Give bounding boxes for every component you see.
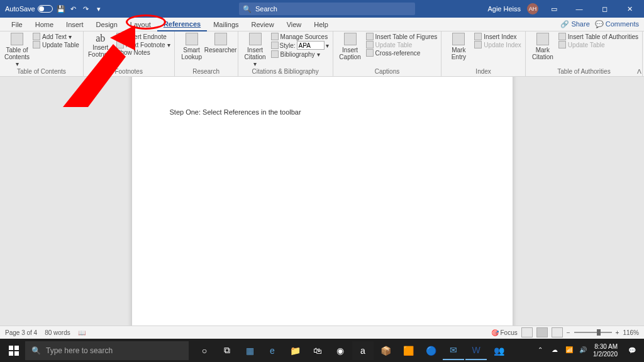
store-icon[interactable]: 🛍 bbox=[307, 341, 328, 360]
autosave-toggle[interactable]: AutoSave bbox=[5, 5, 53, 13]
next-footnote-icon bbox=[116, 41, 124, 48]
maximize-button[interactable]: ◻ bbox=[595, 3, 614, 15]
tab-references[interactable]: References bbox=[157, 18, 207, 31]
qat-more-icon[interactable]: ▾ bbox=[94, 4, 103, 13]
app-icon[interactable]: 🟧 bbox=[397, 341, 419, 360]
print-layout-button[interactable] bbox=[536, 327, 548, 337]
insert-footnote-button[interactable]: abInsert Footnote bbox=[87, 33, 114, 58]
dropbox-icon[interactable]: 📦 bbox=[375, 341, 396, 360]
toc-icon bbox=[11, 33, 23, 45]
task-view-icon[interactable]: ⧉ bbox=[216, 341, 238, 360]
cortana-icon[interactable]: ○ bbox=[194, 341, 215, 360]
mark-citation-button[interactable]: Mark Citation bbox=[530, 33, 556, 60]
smart-lookup-button[interactable]: Smart Lookup bbox=[179, 33, 205, 60]
zoom-in-button[interactable]: + bbox=[616, 329, 619, 336]
biblio-icon bbox=[271, 50, 279, 58]
cross-reference-button[interactable]: Cross-reference bbox=[366, 49, 438, 57]
app-icon[interactable]: ▦ bbox=[239, 341, 260, 360]
tab-design[interactable]: Design bbox=[90, 18, 124, 31]
tab-help[interactable]: Help bbox=[308, 18, 335, 31]
comments-button[interactable]: 💬 Comments bbox=[595, 20, 639, 28]
start-button[interactable] bbox=[3, 341, 25, 360]
show-notes-button[interactable]: Show Notes bbox=[116, 49, 170, 56]
notification-button[interactable]: 💬 bbox=[623, 341, 641, 360]
tab-layout[interactable]: Layout bbox=[124, 18, 157, 31]
update-tof-button[interactable]: Update Table bbox=[366, 41, 438, 48]
statusbar: Page 3 of 4 80 words 📖 🎯 Focus − + 116% bbox=[0, 325, 644, 339]
mark-citation-icon bbox=[536, 33, 549, 45]
save-icon[interactable]: 💾 bbox=[57, 4, 65, 13]
read-mode-button[interactable] bbox=[521, 327, 533, 337]
tab-file[interactable]: File bbox=[5, 18, 29, 31]
user-name[interactable]: Agie Heiss bbox=[487, 5, 521, 13]
search-box[interactable]: 🔍 Search bbox=[239, 3, 415, 15]
tab-mailings[interactable]: Mailings bbox=[207, 18, 245, 31]
search-placeholder: Search bbox=[255, 5, 277, 13]
group-label: Research bbox=[179, 68, 234, 75]
smart-lookup-icon bbox=[186, 33, 198, 45]
insert-endnote-button[interactable]: Insert Endnote bbox=[116, 33, 170, 40]
add-text-button[interactable]: Add Text ▾ bbox=[33, 33, 79, 40]
collapse-ribbon-button[interactable]: ᐱ bbox=[637, 68, 641, 75]
bibliography-button[interactable]: Bibliography ▾ bbox=[271, 50, 329, 58]
tab-view[interactable]: View bbox=[280, 18, 308, 31]
zoom-slider[interactable] bbox=[574, 332, 612, 333]
word-icon[interactable]: W bbox=[465, 341, 487, 360]
minimize-button[interactable]: — bbox=[570, 3, 589, 15]
app-icon[interactable]: a bbox=[352, 341, 374, 360]
svg-rect-4 bbox=[9, 351, 13, 356]
update-toa-button[interactable]: Update Table bbox=[558, 41, 638, 48]
update-index-button[interactable]: Update Index bbox=[474, 41, 521, 48]
insert-tof-button[interactable]: Insert Table of Figures bbox=[366, 33, 438, 40]
researcher-button[interactable]: Researcher bbox=[208, 33, 234, 54]
insert-citation-button[interactable]: Insert Citation▾ bbox=[242, 33, 269, 67]
update-table-button[interactable]: Update Table bbox=[33, 41, 79, 48]
edge-icon[interactable]: e bbox=[262, 341, 283, 360]
document-page[interactable]: Step One: Select References in the toolb… bbox=[132, 77, 513, 339]
tray-chevron-icon[interactable]: ⌃ bbox=[538, 346, 547, 355]
teams-icon[interactable]: 👥 bbox=[488, 341, 509, 360]
web-layout-button[interactable] bbox=[552, 327, 563, 337]
zoom-level[interactable]: 116% bbox=[623, 329, 639, 336]
ribbon-display-icon[interactable]: ▭ bbox=[545, 3, 564, 15]
insert-caption-button[interactable]: Insert Caption bbox=[337, 33, 364, 60]
explorer-icon[interactable]: 📁 bbox=[284, 341, 306, 360]
clock[interactable]: 8:30 AM 1/2/2020 bbox=[593, 343, 618, 358]
onedrive-icon[interactable]: ☁ bbox=[552, 346, 560, 355]
user-avatar[interactable]: AH bbox=[527, 3, 538, 14]
mark-entry-button[interactable]: Mark Entry bbox=[445, 33, 472, 60]
titlebar: AutoSave 💾 ↶ ↷ ▾ Document1 - Word 🔍 Sear… bbox=[0, 0, 644, 18]
page-count[interactable]: Page 3 of 4 bbox=[5, 329, 37, 336]
style-input[interactable] bbox=[297, 41, 325, 50]
next-footnote-button[interactable]: Next Footnote ▾ bbox=[116, 41, 170, 48]
zoom-out-button[interactable]: − bbox=[567, 329, 570, 336]
word-count[interactable]: 80 words bbox=[45, 329, 70, 336]
close-button[interactable]: ✕ bbox=[620, 3, 639, 15]
toc-button[interactable]: Table of Contents▾ bbox=[4, 33, 30, 67]
share-button[interactable]: 🔗 Share bbox=[560, 20, 589, 28]
focus-mode-button[interactable]: 🎯 Focus bbox=[491, 329, 518, 336]
citation-style-select[interactable]: Style: ▾ bbox=[271, 41, 329, 50]
svg-rect-2 bbox=[9, 346, 13, 350]
tab-home[interactable]: Home bbox=[29, 18, 60, 31]
redo-icon[interactable]: ↷ bbox=[82, 4, 91, 13]
taskbar-search[interactable]: 🔍 Type here to search bbox=[25, 341, 189, 360]
manage-sources-button[interactable]: Manage Sources bbox=[271, 33, 329, 40]
tab-insert[interactable]: Insert bbox=[60, 18, 90, 31]
tab-review[interactable]: Review bbox=[245, 18, 280, 31]
citation-icon bbox=[249, 33, 262, 45]
ribbon-tabs: File Home Insert Design Layout Reference… bbox=[0, 18, 644, 31]
wifi-icon[interactable]: 📶 bbox=[565, 346, 574, 355]
undo-icon[interactable]: ↶ bbox=[69, 4, 78, 13]
spellcheck-icon[interactable]: 📖 bbox=[78, 329, 86, 336]
update-icon bbox=[33, 41, 40, 48]
insert-toa-button[interactable]: Insert Table of Authorities bbox=[558, 33, 638, 40]
outlook-icon[interactable]: ✉ bbox=[443, 341, 464, 360]
chrome-icon[interactable]: ◉ bbox=[330, 341, 351, 360]
slack-icon[interactable]: 🔵 bbox=[420, 341, 441, 360]
insert-index-button[interactable]: Insert Index bbox=[474, 33, 521, 40]
document-area[interactable]: Step One: Select References in the toolb… bbox=[0, 77, 644, 339]
document-body-text[interactable]: Step One: Select References in the toolb… bbox=[170, 108, 475, 116]
volume-icon[interactable]: 🔊 bbox=[579, 346, 588, 355]
add-text-icon bbox=[33, 33, 40, 40]
